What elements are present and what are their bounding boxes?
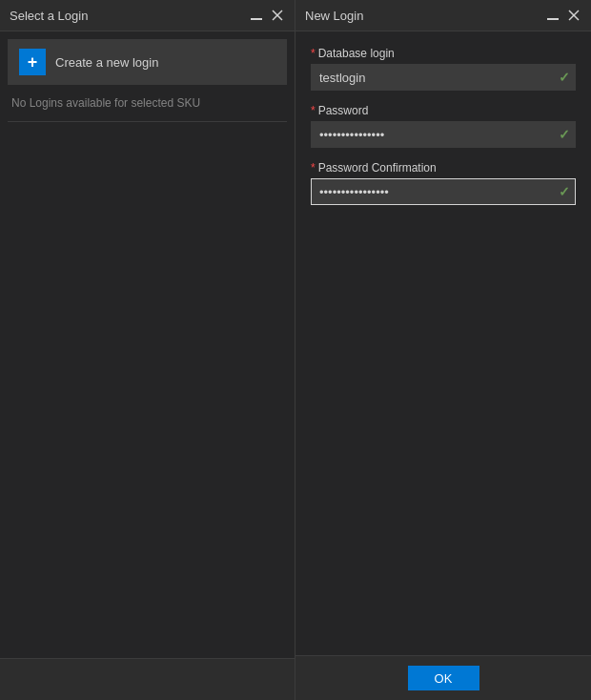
right-minimize-icon[interactable] — [545, 8, 560, 23]
required-star-2: * — [311, 104, 316, 117]
left-panel-content: + Create a new login No Logins available… — [0, 31, 295, 658]
database-login-label: * Database login — [311, 47, 576, 60]
left-panel-title: Select a Login — [10, 9, 88, 23]
create-new-login-button[interactable]: + Create a new login — [8, 39, 287, 85]
left-titlebar: Select a Login — [0, 0, 295, 31]
divider — [8, 121, 287, 122]
password-check-icon: ✓ — [559, 127, 570, 142]
right-panel-footer: OK — [296, 655, 591, 700]
plus-icon: + — [19, 49, 46, 75]
left-titlebar-icons — [249, 8, 285, 23]
password-field-group: * Password ✓ — [311, 104, 576, 148]
password-label: * Password — [311, 104, 576, 117]
password-input[interactable] — [311, 121, 576, 148]
right-titlebar-icons — [545, 8, 581, 23]
password-wrapper: ✓ — [311, 121, 576, 148]
right-close-icon[interactable] — [566, 8, 581, 23]
ok-button[interactable]: OK — [408, 666, 479, 690]
svg-rect-3 — [547, 18, 559, 20]
database-login-input[interactable] — [311, 64, 576, 91]
left-footer — [0, 658, 295, 700]
left-minimize-icon[interactable] — [249, 8, 264, 23]
svg-rect-0 — [251, 18, 262, 20]
right-panel-content: * Database login ✓ * Password ✓ * Pass — [296, 31, 591, 655]
password-confirmation-check-icon: ✓ — [559, 184, 570, 199]
required-star-3: * — [311, 161, 316, 175]
right-panel-title: New Login — [305, 9, 363, 23]
new-login-panel: New Login * Database login ✓ — [296, 0, 591, 700]
required-star-1: * — [311, 47, 316, 60]
database-login-check-icon: ✓ — [559, 70, 570, 85]
database-login-field-group: * Database login ✓ — [311, 47, 576, 91]
database-login-wrapper: ✓ — [311, 64, 576, 91]
create-new-label: Create a new login — [55, 55, 158, 70]
password-confirmation-label: * Password Confirmation — [311, 161, 576, 175]
left-close-icon[interactable] — [270, 8, 285, 23]
password-confirmation-wrapper: ✓ — [311, 178, 576, 205]
right-titlebar: New Login — [296, 0, 591, 31]
no-logins-text: No Logins available for selected SKU — [8, 93, 287, 117]
select-login-panel: Select a Login + Create a new login No L… — [0, 0, 296, 700]
password-confirmation-field-group: * Password Confirmation ✓ — [311, 161, 576, 205]
password-confirmation-input[interactable] — [311, 178, 576, 205]
